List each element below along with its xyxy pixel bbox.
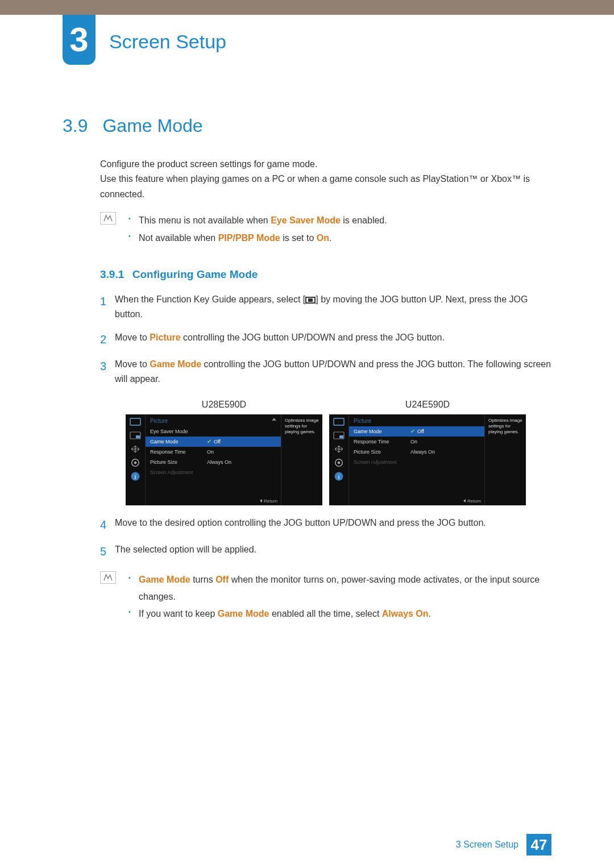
osd-screenshot: i Picture Eye Saver Mode Game Mode✔Off R… bbox=[126, 414, 322, 505]
note1-item: Not available when PIP/PBP Mode is set t… bbox=[126, 230, 387, 247]
step-item: 4 Move to the desired option controlling… bbox=[100, 516, 551, 534]
arrows-icon bbox=[333, 445, 345, 453]
svg-rect-0 bbox=[130, 418, 140, 425]
left-arrow-icon bbox=[260, 499, 262, 502]
model-label: U28E590D bbox=[126, 400, 322, 410]
osd-row-value: Off bbox=[214, 439, 221, 445]
step-item: 5 The selected option will be applied. bbox=[100, 542, 551, 561]
model-label: U24E590D bbox=[329, 400, 526, 410]
svg-point-4 bbox=[134, 461, 137, 464]
osd-row-label: Picture Size bbox=[146, 459, 202, 465]
steps-list-b: 4 Move to the desired option controlling… bbox=[63, 516, 551, 561]
intro-paragraph: Configure the product screen settings fo… bbox=[63, 157, 551, 202]
pip-icon bbox=[130, 431, 141, 439]
osd-row-value: Always On bbox=[406, 449, 484, 455]
osd-row-value: Always On bbox=[202, 459, 281, 465]
check-icon: ✔ bbox=[410, 428, 415, 434]
footer-label: 3 Screen Setup bbox=[456, 840, 518, 850]
chapter-title: Screen Setup bbox=[109, 19, 614, 53]
left-arrow-icon bbox=[463, 499, 466, 502]
osd-row-label: Game Mode bbox=[349, 429, 406, 434]
osd-row-value: On bbox=[406, 439, 484, 445]
svg-point-11 bbox=[338, 461, 341, 464]
osd-row-label: Response Time bbox=[146, 449, 202, 455]
screen-icon bbox=[130, 418, 141, 426]
svg-rect-2 bbox=[136, 435, 140, 438]
model-col-right: U24E590D i Picture Game Mode✔Off Respons… bbox=[329, 400, 526, 505]
pip-icon bbox=[333, 431, 345, 439]
osd-row-label: Screen Adjustment bbox=[146, 470, 202, 475]
info-icon: i bbox=[333, 472, 345, 480]
note-block-2: Game Mode turns Off when the monitor tur… bbox=[63, 571, 551, 623]
osd-heading: Picture bbox=[150, 418, 168, 424]
subsection-heading: 3.9.1 Configuring Game Mode bbox=[63, 268, 551, 281]
chapter-tab: 3 bbox=[63, 15, 96, 65]
osd-icon-column: i bbox=[329, 414, 349, 505]
svg-rect-9 bbox=[339, 435, 343, 438]
chapter-number: 3 bbox=[69, 23, 88, 57]
osd-row-label: Picture Size bbox=[349, 449, 406, 455]
model-col-left: U28E590D i Picture Eye Saver Mode Game M… bbox=[126, 400, 322, 505]
step-item: 3 Move to Game Mode controlling the JOG … bbox=[100, 357, 551, 387]
osd-row-label: Response Time bbox=[349, 439, 406, 445]
osd-heading: Picture bbox=[354, 418, 371, 424]
chapter-header: 3 Screen Setup bbox=[63, 15, 614, 53]
steps-list-a: 1 When the Function Key Guide appears, s… bbox=[63, 292, 551, 387]
arrows-icon bbox=[130, 445, 141, 453]
osd-screenshot: i Picture Game Mode✔Off Response TimeOn … bbox=[329, 414, 526, 505]
svg-rect-7 bbox=[334, 418, 344, 425]
gear-icon bbox=[130, 459, 141, 467]
section-title: Game Mode bbox=[102, 115, 202, 136]
note2-item: If you want to keep Game Mode enabled al… bbox=[126, 605, 551, 622]
osd-description: Optimizes image settings for playing gam… bbox=[485, 414, 526, 505]
top-color-bar bbox=[0, 0, 614, 15]
osd-return: Return bbox=[463, 499, 481, 504]
section-number: 3.9 bbox=[63, 115, 100, 136]
osd-row-value: On bbox=[202, 449, 281, 455]
page-footer: 3 Screen Setup 47 bbox=[456, 834, 551, 855]
svg-text:i: i bbox=[338, 474, 340, 480]
note1-item: This menu is not available when Eye Save… bbox=[126, 212, 387, 229]
step-item: 1 When the Function Key Guide appears, s… bbox=[100, 292, 551, 322]
info-icon: i bbox=[130, 472, 141, 480]
page-number: 47 bbox=[526, 834, 551, 855]
osd-icon-column: i bbox=[126, 414, 145, 505]
screen-icon bbox=[333, 418, 345, 426]
menu-icon bbox=[305, 297, 316, 304]
osd-row-value: Off bbox=[417, 429, 424, 434]
up-arrow-icon bbox=[272, 418, 276, 421]
gear-icon bbox=[333, 459, 345, 467]
note2-item: Game Mode turns Off when the monitor tur… bbox=[126, 571, 551, 606]
section-heading: 3.9 Game Mode bbox=[63, 115, 551, 136]
osd-row-label: Game Mode bbox=[146, 439, 202, 445]
note-block-1: This menu is not available when Eye Save… bbox=[63, 212, 551, 247]
osd-return: Return bbox=[260, 499, 277, 504]
osd-screenshots-row: U28E590D i Picture Eye Saver Mode Game M… bbox=[63, 400, 551, 505]
note-icon bbox=[100, 571, 116, 584]
check-icon: ✔ bbox=[207, 438, 211, 445]
step-item: 2 Move to Picture controlling the JOG bu… bbox=[100, 330, 551, 349]
osd-description: Optimizes image settings for playing gam… bbox=[281, 414, 322, 505]
osd-row-label: Screen Adjustment bbox=[349, 459, 406, 465]
osd-row-label: Eye Saver Mode bbox=[146, 429, 202, 434]
svg-text:i: i bbox=[135, 474, 136, 480]
note-icon bbox=[100, 212, 116, 225]
